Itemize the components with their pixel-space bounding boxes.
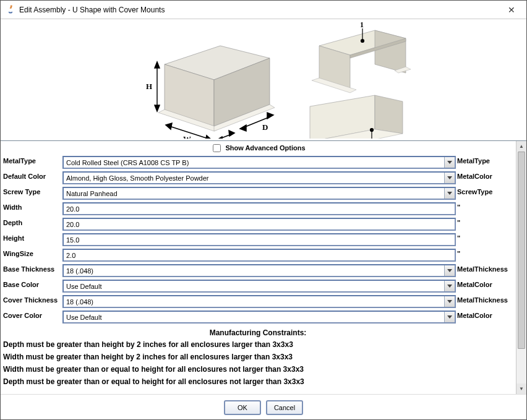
- property-label-left: WingSize: [1, 247, 62, 263]
- diagram-label-W: W: [183, 134, 191, 139]
- scroll-up-icon[interactable]: ▲: [516, 141, 526, 152]
- assembly-diagram: H W D F: [1, 19, 526, 140]
- titlebar: Edit Assembly - U Shape with Cover Mount…: [1, 1, 526, 19]
- property-field: 18 (.048): [62, 263, 456, 278]
- advanced-options-row: Show Advanced Options: [1, 141, 515, 155]
- svg-marker-12: [240, 125, 246, 131]
- property-label-left: Height: [1, 232, 62, 247]
- text-input[interactable]: 15.0: [62, 233, 456, 246]
- vertical-scrollbar[interactable]: ▲ ▼: [516, 141, 526, 394]
- property-label-left: MetalType: [1, 155, 62, 170]
- svg-marker-15: [217, 137, 223, 139]
- property-field: 2.0: [62, 247, 456, 263]
- constraint-line: Width must be greater than or equal to h…: [1, 363, 515, 375]
- chevron-down-icon[interactable]: [444, 188, 455, 199]
- combo-box[interactable]: Almond, High Gloss, Smooth Polyester Pow…: [62, 171, 456, 184]
- combo-box[interactable]: 18 (.048): [62, 295, 456, 308]
- property-field: Use Default: [62, 309, 456, 325]
- close-icon[interactable]: ✕: [502, 5, 521, 15]
- svg-marker-16: [229, 131, 234, 136]
- text-input-value: 15.0: [66, 236, 79, 244]
- property-row: Base Thickness18 (.048)MetalThickness: [1, 263, 515, 278]
- show-advanced-checkbox[interactable]: [213, 144, 221, 152]
- svg-marker-10: [205, 135, 212, 139]
- java-icon: [6, 5, 15, 15]
- combo-box[interactable]: Use Default: [62, 280, 456, 293]
- text-input[interactable]: 20.0: [62, 202, 456, 215]
- dialog-buttonbar: OK Cancel: [1, 394, 526, 420]
- combo-box[interactable]: 18 (.048): [62, 264, 456, 277]
- scroll-down-icon[interactable]: ▼: [516, 384, 526, 394]
- diagram-label-D: D: [262, 122, 268, 132]
- constraints-heading: Manufacturing Constraints:: [1, 325, 515, 338]
- property-row: WingSize2.0": [1, 247, 515, 263]
- property-field: Natural Panhead: [62, 186, 456, 201]
- combo-box[interactable]: Natural Panhead: [62, 187, 456, 200]
- combo-value: Cold Rolled Steel (CRS A1008 CS TP B): [66, 159, 189, 166]
- property-row: Width20.0": [1, 201, 515, 216]
- property-row: Cover Thickness18 (.048)MetalThickness: [1, 294, 515, 309]
- svg-marker-9: [166, 123, 172, 129]
- property-label-right: MetalType: [456, 155, 515, 170]
- chevron-down-icon[interactable]: [444, 265, 455, 276]
- text-input[interactable]: 20.0: [62, 218, 456, 231]
- property-label-right: ScrewType: [456, 186, 515, 201]
- chevron-down-icon[interactable]: [444, 281, 455, 291]
- property-field: 20.0: [62, 216, 456, 232]
- combo-box[interactable]: Use Default: [62, 311, 456, 324]
- property-label-right: ": [456, 232, 515, 247]
- form-scrollpane: Show Advanced Options MetalTypeCold Roll…: [1, 140, 526, 394]
- property-label-left: Base Color: [1, 278, 62, 294]
- property-field: Use Default: [62, 278, 456, 294]
- scroll-track[interactable]: [516, 152, 526, 384]
- svg-marker-26: [375, 95, 403, 134]
- svg-point-29: [371, 129, 374, 132]
- text-input-value: 20.0: [66, 221, 79, 228]
- property-label-right: MetalThickness: [456, 263, 515, 278]
- text-input[interactable]: 2.0: [62, 249, 456, 262]
- diagram-label-H: H: [146, 82, 152, 91]
- property-label-left: Default Color: [1, 170, 62, 186]
- property-row: Default ColorAlmond, High Gloss, Smooth …: [1, 170, 515, 186]
- property-label-left: Width: [1, 201, 62, 216]
- svg-marker-19: [375, 30, 406, 73]
- property-label-right: MetalColor: [456, 309, 515, 325]
- property-grid: MetalTypeCold Rolled Steel (CRS A1008 CS…: [1, 155, 515, 325]
- ok-button[interactable]: OK: [224, 400, 261, 415]
- property-row: Cover ColorUse DefaultMetalColor: [1, 309, 515, 325]
- combo-value: 18 (.048): [66, 298, 93, 306]
- constraint-line: Width must be greater than height by 2 i…: [1, 351, 515, 363]
- constraint-line: Depth must be greater than height by 2 i…: [1, 338, 515, 351]
- combo-box[interactable]: Cold Rolled Steel (CRS A1008 CS TP B): [62, 156, 456, 169]
- chevron-down-icon[interactable]: [444, 157, 455, 168]
- property-label-left: Depth: [1, 216, 62, 232]
- property-label-left: Screw Type: [1, 186, 62, 201]
- property-label-left: Cover Thickness: [1, 294, 62, 309]
- combo-value: Natural Panhead: [66, 190, 118, 197]
- property-label-right: MetalColor: [456, 278, 515, 294]
- property-field: 20.0: [62, 201, 456, 216]
- property-field: Almond, High Gloss, Smooth Polyester Pow…: [62, 170, 456, 186]
- svg-point-24: [361, 40, 364, 43]
- chevron-down-icon[interactable]: [444, 296, 455, 307]
- chevron-down-icon[interactable]: [444, 173, 455, 183]
- property-field: 18 (.048): [62, 294, 456, 309]
- property-row: Base ColorUse DefaultMetalColor: [1, 278, 515, 294]
- property-label-left: Cover Color: [1, 309, 62, 325]
- dialog-content: H W D F: [1, 19, 526, 420]
- constraints-list: Depth must be greater than height by 2 i…: [1, 338, 515, 388]
- property-row: Height15.0": [1, 232, 515, 247]
- cancel-button[interactable]: Cancel: [266, 400, 303, 415]
- scroll-thumb[interactable]: [518, 152, 525, 349]
- combo-value: Use Default: [66, 314, 101, 321]
- property-label-right: MetalThickness: [456, 294, 515, 309]
- property-label-right: MetalColor: [456, 170, 515, 186]
- svg-marker-6: [155, 62, 160, 68]
- svg-marker-13: [267, 113, 273, 119]
- combo-value: Use Default: [66, 283, 101, 290]
- constraint-line: Depth must be greater than or equal to h…: [1, 375, 515, 388]
- property-field: Cold Rolled Steel (CRS A1008 CS TP B): [62, 155, 456, 170]
- chevron-down-icon[interactable]: [444, 312, 455, 322]
- combo-value: 18 (.048): [66, 267, 93, 275]
- property-label-right: ": [456, 247, 515, 263]
